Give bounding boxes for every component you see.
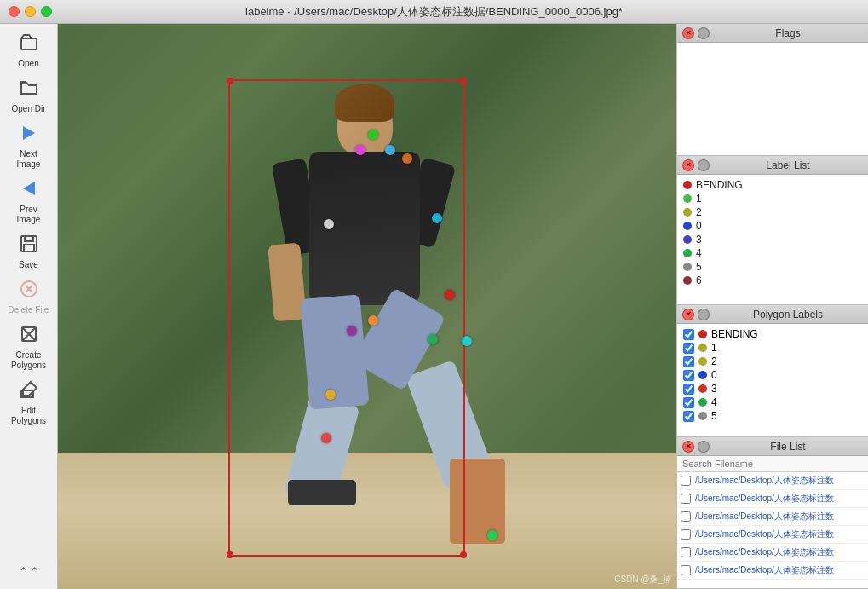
label-list-item[interactable]: 0 [681,219,865,233]
file-list-item[interactable]: /Users/mac/Desktop/人体姿态标注数 [677,472,868,490]
bb-corner-tl[interactable] [227,78,233,84]
open-dir-label: Open Dir [11,104,45,114]
label-list-item[interactable]: BENDING [681,178,865,192]
polygon-label-item[interactable]: 2 [681,355,865,368]
file-list-restore-btn[interactable] [698,441,710,453]
keypoint-1[interactable] [355,145,365,155]
file-checkbox[interactable] [681,511,691,522]
label-list-body[interactable]: BENDING1203456 [677,175,868,304]
file-checkbox[interactable] [681,565,691,575]
polygon-label-checkbox[interactable] [683,397,694,408]
edit-polygons-label: Edit Polygons [9,406,49,426]
polygon-label-checkbox[interactable] [683,411,694,422]
label-list-restore-btn[interactable] [698,159,710,171]
save-tool[interactable]: Save [3,230,55,274]
flags-restore-btn[interactable] [698,27,710,39]
toolbar: Open Open Dir Next Image [0,24,58,589]
right-panels: ✕ Flags ✕ Label List BENDING1203456 ✕ Po… [676,24,868,589]
flags-body [677,43,868,155]
label-list-close-btn[interactable]: ✕ [682,159,694,171]
polygon-label-item[interactable]: 1 [681,341,865,355]
bb-corner-bl[interactable] [227,551,233,558]
label-list-item[interactable]: 6 [681,274,865,287]
keypoint-10[interactable] [462,336,472,346]
canvas-area[interactable]: CSDN @桑_楠 [58,24,676,589]
keypoint-3[interactable] [402,153,412,164]
polygon-label-checkbox[interactable] [683,329,694,340]
prev-image-tool[interactable]: Prev Image [3,175,55,228]
polygon-label-item[interactable]: BENDING [681,327,865,341]
keypoint-2[interactable] [385,145,395,155]
toolbar-expand[interactable]: ⌃⌃ [18,564,40,580]
keypoint-4[interactable] [432,213,442,223]
svg-rect-5 [24,245,34,251]
label-list-item[interactable]: 2 [681,205,865,219]
polygon-close-btn[interactable]: ✕ [682,309,694,320]
file-list-items: /Users/mac/Desktop/人体姿态标注数/Users/mac/Des… [677,472,868,580]
file-list-item[interactable]: /Users/mac/Desktop/人体姿态标注数 [677,562,868,580]
label-list-item[interactable]: 5 [681,260,865,274]
file-list-body: /Users/mac/Desktop/人体姿态标注数/Users/mac/Des… [677,456,868,588]
polygon-label-checkbox[interactable] [683,370,694,381]
label-list-title: Label List [713,159,863,171]
polygon-label-item[interactable]: 4 [681,396,865,409]
file-list-item[interactable]: /Users/mac/Desktop/人体姿态标注数 [677,544,868,562]
flags-panel-header: ✕ Flags [677,24,868,43]
keypoint-0[interactable] [368,130,378,140]
open-tool[interactable]: Open [3,29,55,72]
keypoint-7[interactable] [368,315,378,326]
svg-marker-2 [23,182,35,195]
file-list-item[interactable]: /Users/mac/Desktop/人体姿态标注数 [677,526,868,544]
minimize-button[interactable] [25,6,36,17]
flags-close-btn[interactable]: ✕ [682,27,694,39]
delete-icon [19,279,39,303]
file-list-item[interactable]: /Users/mac/Desktop/人体姿态标注数 [677,508,868,526]
file-list-item[interactable]: /Users/mac/Desktop/人体姿态标注数 [677,490,868,508]
create-polygons-label: Create Polygons [9,350,49,371]
keypoint-12[interactable] [321,433,331,443]
file-checkbox[interactable] [681,494,691,504]
polygon-restore-btn[interactable] [698,309,710,320]
polygon-label-checkbox[interactable] [683,384,694,395]
keypoint-11[interactable] [325,390,336,400]
file-checkbox[interactable] [681,476,691,486]
keypoint-6[interactable] [445,290,455,300]
polygon-labels-title: Polygon Labels [713,309,863,320]
create-polygons-icon [19,324,39,349]
polygon-labels-body[interactable]: BENDING120345 [677,324,868,436]
polygon-label-checkbox[interactable] [683,343,694,354]
next-image-tool[interactable]: Next Image [3,119,55,173]
create-polygons-tool[interactable]: Create Polygons [3,320,55,374]
close-button[interactable] [9,6,20,17]
keypoint-13[interactable] [487,530,497,540]
file-list-title: File List [713,441,863,453]
keypoint-8[interactable] [347,326,357,336]
delete-file-tool[interactable]: Delete File [3,275,55,319]
maximize-button[interactable] [41,6,52,17]
bb-corner-br[interactable] [460,551,467,558]
bb-corner-tr[interactable] [460,78,467,84]
polygon-label-item[interactable]: 0 [681,368,865,382]
file-checkbox[interactable] [681,547,691,557]
polygon-label-checkbox[interactable] [683,356,694,367]
svg-rect-4 [25,236,33,241]
file-list-close-btn[interactable]: ✕ [682,441,694,453]
polygon-label-item[interactable]: 5 [681,409,865,423]
open-dir-tool[interactable]: Open Dir [3,74,55,118]
label-list-item[interactable]: 3 [681,233,865,246]
edit-polygons-icon [19,379,39,404]
search-input[interactable] [677,456,868,472]
edit-polygons-tool[interactable]: Edit Polygons [3,376,55,430]
save-icon [19,234,39,258]
bounding-box [228,79,465,557]
titlebar: labelme - /Users/mac/Desktop/人体姿态标注数据/BE… [0,0,868,24]
polygon-labels-panel: ✕ Polygon Labels BENDING120345 [677,305,868,437]
keypoint-9[interactable] [428,334,438,344]
main-layout: Open Open Dir Next Image [0,24,868,589]
label-list-item[interactable]: 4 [681,246,865,260]
file-checkbox[interactable] [681,529,691,540]
prev-image-label: Prev Image [9,205,49,225]
keypoint-5[interactable] [324,219,334,229]
label-list-item[interactable]: 1 [681,192,865,205]
polygon-label-item[interactable]: 3 [681,382,865,396]
